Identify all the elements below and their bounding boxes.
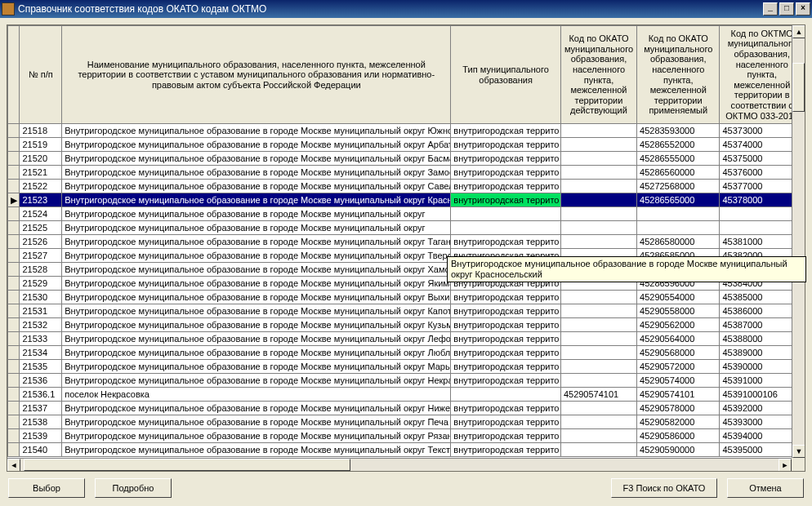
cell-okato-app[interactable]: 45286555000 [637,152,720,166]
cell-type[interactable]: внутригородская террито [451,235,561,249]
select-button[interactable]: Выбор [8,478,85,498]
cell-okato-act[interactable] [560,346,636,360]
cell-num[interactable]: 21527 [20,249,62,263]
cell-okato-app[interactable]: 45286580000 [637,235,720,249]
cell-type[interactable]: внутригородская террито [451,332,561,346]
cell-okato-act[interactable] [560,166,636,180]
cell-okato-act[interactable] [560,180,636,193]
cell-okato-app[interactable]: 45290562000 [637,318,720,332]
cell-type[interactable] [451,207,561,221]
cell-name[interactable]: Внутригородское муниципальное образовани… [62,304,451,318]
vscroll-thumb[interactable] [792,63,805,112]
cell-num[interactable]: 21521 [20,166,62,180]
cell-type[interactable]: внутригородская террито [451,291,561,304]
cell-type[interactable]: внутригородская террито [451,193,561,207]
cell-name[interactable]: поселок Некрасовка [62,388,451,402]
cell-okato-act[interactable] [560,291,636,304]
cell-name[interactable]: Внутригородское муниципальное образовани… [62,277,451,291]
hscroll-track[interactable] [20,459,779,471]
cell-type[interactable] [451,388,561,402]
table-row[interactable]: 21530Внутригородское муниципальное образ… [8,291,805,304]
details-button[interactable]: Подробно [95,478,172,498]
cell-okato-act[interactable] [560,318,636,332]
cell-num[interactable]: 21525 [20,221,62,235]
cell-num[interactable]: 21524 [20,207,62,221]
scroll-down-icon[interactable]: ▼ [792,445,805,458]
cell-okato-app[interactable]: 45272568000 [637,180,720,193]
table-row[interactable]: 21536Внутригородское муниципальное образ… [8,374,805,388]
cell-num[interactable]: 21536.1 [20,388,62,402]
cell-num[interactable]: 21532 [20,318,62,332]
table-row[interactable]: 21519Внутригородское муниципальное образ… [8,138,805,152]
cell-num[interactable]: 21536 [20,374,62,388]
scroll-up-icon[interactable]: ▲ [792,25,805,38]
cell-okato-app[interactable]: 45290554000 [637,291,720,304]
col-name[interactable]: Наименование муниципального образования,… [62,26,451,124]
table-row[interactable]: 21535Внутригородское муниципальное образ… [8,360,805,374]
cell-type[interactable]: внутригородская террито [451,360,561,374]
cell-okato-app[interactable]: 45290590000 [637,443,720,457]
cell-name[interactable]: Внутригородское муниципальное образовани… [62,318,451,332]
cancel-button[interactable]: Отмена [727,478,804,498]
table-row[interactable]: 21533Внутригородское муниципальное образ… [8,332,805,346]
cell-type[interactable]: внутригородская террито [451,318,561,332]
cell-num[interactable]: 21534 [20,346,62,360]
table-row[interactable]: ▶21523Внутригородское муниципальное обра… [8,193,805,207]
table-row[interactable]: 21525Внутригородское муниципальное образ… [8,221,805,235]
cell-num[interactable]: 21522 [20,180,62,193]
table-row[interactable]: 21524Внутригородское муниципальное образ… [8,207,805,221]
cell-type[interactable]: внутригородская террито [451,166,561,180]
scroll-right-icon[interactable]: ► [779,459,792,472]
col-type[interactable]: Тип муниципального образования [451,26,561,124]
table-row[interactable]: 21531Внутригородское муниципальное образ… [8,304,805,318]
cell-okato-app[interactable]: 45286565000 [637,193,720,207]
data-grid[interactable]: № п/п Наименование муниципального образо… [7,24,805,472]
table-row[interactable]: 21537Внутригородское муниципальное образ… [8,402,805,415]
cell-num[interactable]: 21530 [20,291,62,304]
table-row[interactable]: 21539Внутригородское муниципальное образ… [8,429,805,443]
cell-name[interactable]: Внутригородское муниципальное образовани… [62,152,451,166]
cell-name[interactable]: Внутригородское муниципальное образовани… [62,235,451,249]
cell-okato-act[interactable] [560,152,636,166]
cell-okato-act[interactable] [560,221,636,235]
cell-okato-app[interactable]: 45286560000 [637,166,720,180]
cell-okato-act[interactable] [560,402,636,415]
cell-okato-app[interactable]: 45290574101 [637,388,720,402]
window-maximize-button[interactable]: □ [779,2,794,16]
cell-num[interactable]: 21535 [20,360,62,374]
cell-okato-act[interactable] [560,332,636,346]
cell-type[interactable]: внутригородская террито [451,429,561,443]
cell-name[interactable]: Внутригородское муниципальное образовани… [62,443,451,457]
scroll-left-icon[interactable]: ◄ [7,459,20,472]
table-row[interactable]: 21526Внутригородское муниципальное образ… [8,235,805,249]
cell-name[interactable]: Внутригородское муниципальное образовани… [62,402,451,415]
cell-name[interactable]: Внутригородское муниципальное образовани… [62,429,451,443]
col-okato-app[interactable]: Код по ОКАТО муниципального образования,… [637,26,720,124]
cell-okato-app[interactable]: 45290582000 [637,415,720,429]
cell-okato-app[interactable]: 45283593000 [637,124,720,138]
cell-type[interactable]: внутригородская террито [451,124,561,138]
cell-name[interactable]: Внутригородское муниципальное образовани… [62,180,451,193]
cell-okato-act[interactable] [560,138,636,152]
cell-type[interactable]: внутригородская террито [451,346,561,360]
window-minimize-button[interactable]: _ [763,2,778,16]
cell-num[interactable]: 21523 [20,193,62,207]
cell-okato-app[interactable]: 45290568000 [637,346,720,360]
cell-name[interactable]: Внутригородское муниципальное образовани… [62,346,451,360]
cell-okato-app[interactable]: 45290572000 [637,360,720,374]
cell-okato-act[interactable] [560,304,636,318]
cell-okato-app[interactable]: 45290574000 [637,374,720,388]
cell-name[interactable]: Внутригородское муниципальное образовани… [62,291,451,304]
table-row[interactable]: 21540Внутригородское муниципальное образ… [8,443,805,457]
cell-okato-act[interactable] [560,235,636,249]
cell-num[interactable]: 21518 [20,124,62,138]
cell-type[interactable] [451,221,561,235]
cell-type[interactable]: внутригородская террито [451,304,561,318]
table-row[interactable]: 21532Внутригородское муниципальное образ… [8,318,805,332]
cell-num[interactable]: 21529 [20,277,62,291]
cell-okato-act[interactable] [560,415,636,429]
cell-num[interactable]: 21538 [20,415,62,429]
cell-okato-app[interactable]: 45290586000 [637,429,720,443]
col-okato-act[interactable]: Код по ОКАТО муниципального образования,… [560,26,636,124]
cell-num[interactable]: 21540 [20,443,62,457]
